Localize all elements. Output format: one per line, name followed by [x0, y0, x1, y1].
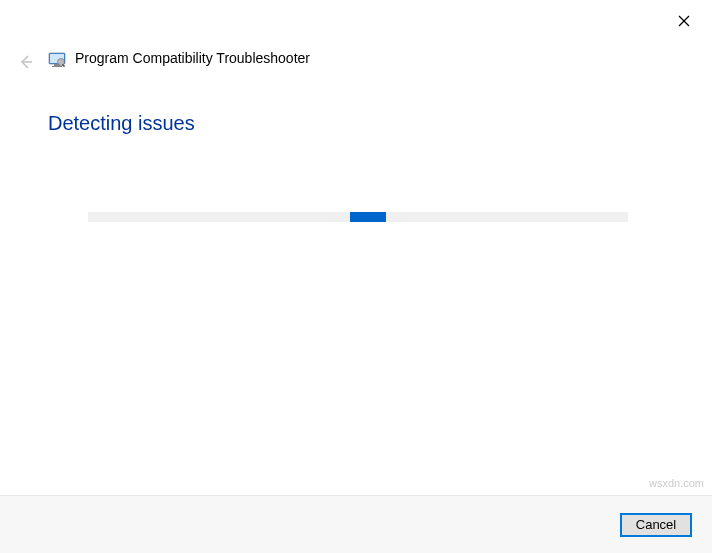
svg-rect-6 [52, 66, 62, 67]
progress-indicator [350, 212, 386, 222]
footer: Cancel [0, 495, 712, 553]
back-arrow-icon [18, 54, 34, 74]
page-heading: Detecting issues [48, 112, 195, 135]
troubleshooter-icon [48, 50, 66, 68]
svg-point-7 [58, 59, 65, 66]
close-button[interactable] [668, 8, 700, 36]
watermark-text: wsxdn.com [649, 477, 704, 489]
cancel-button-label: Cancel [636, 517, 676, 532]
progress-bar [88, 212, 628, 222]
close-icon [678, 13, 690, 31]
window-title: Program Compatibility Troubleshooter [75, 50, 310, 66]
back-button [14, 52, 38, 76]
cancel-button[interactable]: Cancel [620, 513, 692, 537]
